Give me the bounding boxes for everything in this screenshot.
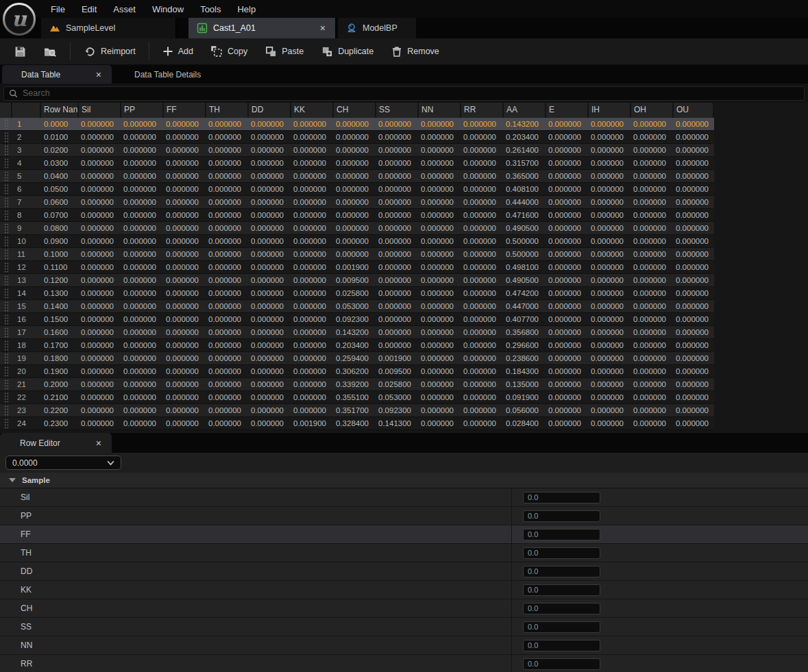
cell-ff[interactable]: 0.000000 <box>164 313 206 325</box>
cell-sil[interactable]: 0.000000 <box>79 391 121 403</box>
cell-pp[interactable]: 0.000000 <box>121 352 164 364</box>
cell-e[interactable]: 0.000000 <box>546 274 589 286</box>
cell-nn[interactable]: 0.000000 <box>419 313 461 325</box>
cell-ss[interactable]: 0.000000 <box>376 157 419 169</box>
cell-nn[interactable]: 0.000000 <box>419 157 461 169</box>
cell-pp[interactable]: 0.000000 <box>121 391 164 403</box>
cell-aa[interactable]: 0.184300 <box>504 365 546 377</box>
row-name-cell[interactable]: 0.2200 <box>41 404 79 416</box>
cell-pp[interactable]: 0.000000 <box>121 326 164 338</box>
cell-nn[interactable]: 0.000000 <box>419 365 461 377</box>
table-row[interactable]: 140.13000.0000000.0000000.0000000.000000… <box>0 287 714 300</box>
cell-dd[interactable]: 0.000000 <box>249 131 291 143</box>
cell-ch[interactable]: 0.000000 <box>334 183 376 195</box>
add-button[interactable]: Add <box>154 38 202 64</box>
cell-th[interactable]: 0.000000 <box>206 209 249 221</box>
cell-dd[interactable]: 0.000000 <box>249 157 291 169</box>
cell-dd[interactable]: 0.000000 <box>249 313 291 325</box>
cell-oh[interactable]: 0.000000 <box>631 131 674 143</box>
cell-sil[interactable]: 0.000000 <box>79 261 121 273</box>
cell-rr[interactable]: 0.000000 <box>461 183 504 195</box>
cell-ff[interactable]: 0.000000 <box>164 300 206 312</box>
cell-aa[interactable]: 0.490500 <box>504 274 546 286</box>
row-name-cell[interactable]: 0.0700 <box>41 209 79 221</box>
cell-aa[interactable]: 0.444000 <box>504 196 546 208</box>
cell-pp[interactable]: 0.000000 <box>121 274 164 286</box>
row-drag-handle-icon[interactable] <box>0 300 12 312</box>
cell-rr[interactable]: 0.000000 <box>461 313 504 325</box>
cell-th[interactable]: 0.000000 <box>206 235 249 247</box>
cell-dd[interactable]: 0.000000 <box>249 274 291 286</box>
cell-pp[interactable]: 0.000000 <box>121 118 164 130</box>
cell-dd[interactable]: 0.000000 <box>249 196 291 208</box>
cell-pp[interactable]: 0.000000 <box>121 196 164 208</box>
cell-ou[interactable]: 0.000000 <box>674 248 714 260</box>
cell-kk[interactable]: 0.000000 <box>291 261 334 273</box>
row-name-cell[interactable]: 0.1600 <box>41 326 79 338</box>
cell-ch[interactable]: 0.092300 <box>334 313 376 325</box>
cell-ch[interactable]: 0.259400 <box>334 352 376 364</box>
table-row[interactable]: 80.07000.0000000.0000000.0000000.0000000… <box>0 209 714 222</box>
cell-e[interactable]: 0.000000 <box>546 391 589 403</box>
cell-ih[interactable]: 0.000000 <box>589 365 631 377</box>
property-value-input[interactable]: 0.0 <box>523 510 600 522</box>
cell-dd[interactable]: 0.000000 <box>249 222 291 234</box>
table-row[interactable]: 10.00000.0000000.0000000.0000000.0000000… <box>0 118 714 131</box>
cell-aa[interactable]: 0.407700 <box>504 313 546 325</box>
cell-nn[interactable]: 0.000000 <box>419 287 461 299</box>
column-header-oh[interactable]: OH <box>631 103 674 118</box>
close-icon[interactable]: × <box>95 438 103 448</box>
cell-sil[interactable]: 0.000000 <box>79 339 121 351</box>
cell-aa[interactable]: 0.143200 <box>504 118 546 130</box>
cell-ou[interactable]: 0.000000 <box>674 144 714 156</box>
column-header-ss[interactable]: SS <box>376 103 419 118</box>
cell-kk[interactable]: 0.001900 <box>291 417 334 430</box>
cell-sil[interactable]: 0.000000 <box>79 209 121 221</box>
cell-ss[interactable]: 0.025800 <box>376 378 419 390</box>
cell-sil[interactable]: 0.000000 <box>79 144 121 156</box>
cell-dd[interactable]: 0.000000 <box>249 300 291 312</box>
cell-oh[interactable]: 0.000000 <box>631 157 674 169</box>
row-name-cell[interactable]: 0.0800 <box>41 222 79 234</box>
property-value-input[interactable]: 0.0 <box>523 584 600 596</box>
cell-oh[interactable]: 0.000000 <box>631 170 674 182</box>
cell-nn[interactable]: 0.000000 <box>419 235 461 247</box>
cell-e[interactable]: 0.000000 <box>546 131 589 143</box>
cell-ff[interactable]: 0.000000 <box>164 118 206 130</box>
cell-oh[interactable]: 0.000000 <box>631 261 674 273</box>
cell-ch[interactable]: 0.053000 <box>334 300 376 312</box>
row-drag-handle-icon[interactable] <box>0 404 12 416</box>
cell-e[interactable]: 0.000000 <box>546 183 589 195</box>
cell-rr[interactable]: 0.000000 <box>461 118 504 130</box>
table-row[interactable]: 50.04000.0000000.0000000.0000000.0000000… <box>0 170 714 183</box>
menu-asset[interactable]: Asset <box>105 4 144 14</box>
table-row[interactable]: 210.20000.0000000.0000000.0000000.000000… <box>0 378 714 391</box>
cell-rr[interactable]: 0.000000 <box>461 144 504 156</box>
cell-kk[interactable]: 0.000000 <box>291 144 334 156</box>
cell-pp[interactable]: 0.000000 <box>121 404 164 416</box>
cell-ff[interactable]: 0.000000 <box>164 404 206 416</box>
cell-aa[interactable]: 0.296600 <box>504 339 546 351</box>
cell-ff[interactable]: 0.000000 <box>164 378 206 390</box>
cell-ou[interactable]: 0.000000 <box>674 300 714 312</box>
row-drag-handle-icon[interactable] <box>0 118 12 130</box>
cell-ch[interactable]: 0.328400 <box>334 417 376 430</box>
property-value-input[interactable]: 0.0 <box>523 529 600 540</box>
cell-ff[interactable]: 0.000000 <box>164 131 206 143</box>
cell-rr[interactable]: 0.000000 <box>461 235 504 247</box>
cell-rr[interactable]: 0.000000 <box>461 417 504 430</box>
tab-cast1-a01[interactable]: Cast1_A01 × <box>188 18 335 38</box>
cell-ou[interactable]: 0.000000 <box>674 287 714 299</box>
cell-oh[interactable]: 0.000000 <box>631 248 674 260</box>
row-drag-handle-icon[interactable] <box>0 261 12 273</box>
cell-ff[interactable]: 0.000000 <box>164 196 206 208</box>
cell-ch[interactable]: 0.025800 <box>334 287 376 299</box>
row-name-cell[interactable]: 0.0500 <box>41 183 79 195</box>
cell-ff[interactable]: 0.000000 <box>164 326 206 338</box>
row-name-cell[interactable]: 0.2000 <box>41 378 79 390</box>
cell-sil[interactable]: 0.000000 <box>79 157 121 169</box>
cell-rr[interactable]: 0.000000 <box>461 222 504 234</box>
tab-modelbp[interactable]: ModelBP <box>338 18 416 38</box>
cell-pp[interactable]: 0.000000 <box>121 157 164 169</box>
cell-aa[interactable]: 0.500000 <box>504 248 546 260</box>
